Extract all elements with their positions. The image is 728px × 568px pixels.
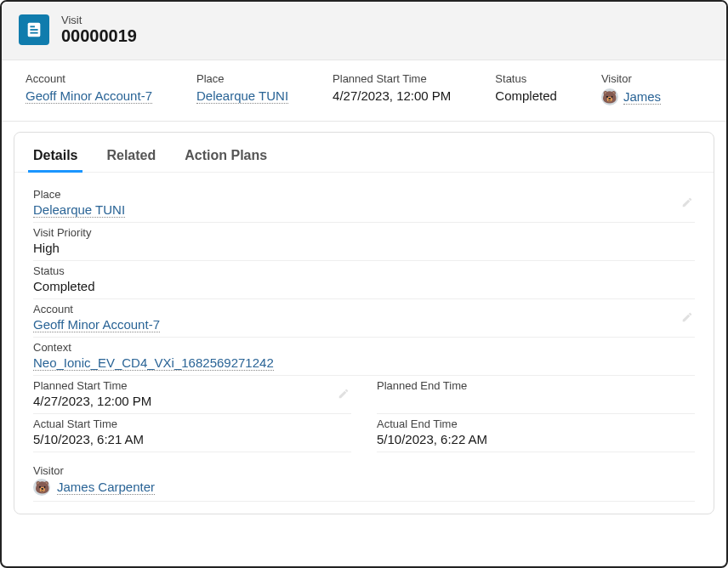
tab-related[interactable]: Related: [106, 143, 156, 172]
context-link[interactable]: Neo_Ionic_EV_CD4_VXi_1682569271242: [33, 355, 274, 371]
field-visitor: Visitor 🐻 James Carpenter: [33, 461, 695, 502]
field-label: Status: [33, 264, 695, 277]
tab-bar: Details Related Action Plans: [14, 133, 714, 173]
field-priority: Visit Priority High: [33, 223, 695, 261]
account-link[interactable]: Geoff Minor Account-7: [26, 88, 152, 104]
field-status: Status Completed: [33, 261, 695, 299]
field-label: Account: [33, 303, 695, 315]
svg-rect-1: [30, 26, 35, 27]
field-label: Actual Start Time: [33, 417, 351, 430]
field-actual-end: Actual End Time 5/10/2023, 6:22 AM: [377, 414, 695, 452]
highlights-panel: Account Geoff Minor Account-7 Place Dele…: [2, 60, 726, 122]
highlight-label: Account: [26, 72, 152, 85]
field-label: Visitor: [33, 464, 695, 477]
highlight-planned-start: Planned Start Time 4/27/2023, 12:00 PM: [333, 72, 451, 105]
field-account: Account Geoff Minor Account-7: [33, 299, 695, 338]
highlight-label: Visitor: [601, 72, 661, 85]
detail-card: Details Related Action Plans Place Delea…: [14, 132, 714, 514]
field-planned-start: Planned Start Time 4/27/2023, 12:00 PM: [33, 376, 351, 414]
highlight-label: Status: [495, 72, 557, 85]
pencil-icon[interactable]: [338, 388, 350, 400]
detail-body: Place Delearque TUNI Visit Priority High…: [14, 173, 714, 502]
account-link[interactable]: Geoff Minor Account-7: [33, 317, 160, 332]
highlight-place: Place Delearque TUNI: [196, 72, 288, 105]
field-label: Planned Start Time: [33, 379, 351, 392]
planned-start-value: 4/27/2023, 12:00 PM: [333, 88, 451, 103]
pencil-icon[interactable]: [681, 196, 693, 208]
field-value: 5/10/2023, 6:22 AM: [377, 432, 695, 446]
field-planned-end: Planned End Time: [377, 376, 695, 414]
tab-details[interactable]: Details: [33, 143, 77, 172]
record-type-label: Visit: [61, 14, 137, 26]
highlight-label: Place: [196, 72, 288, 85]
svg-rect-2: [30, 29, 37, 31]
record-header: Visit 00000019: [2, 2, 726, 60]
avatar-icon: 🐻: [33, 479, 50, 496]
visit-icon: [19, 14, 49, 45]
pencil-icon[interactable]: [681, 311, 693, 323]
field-label: Visit Priority: [33, 226, 695, 239]
field-place: Place Delearque TUNI: [33, 185, 695, 223]
field-label: Place: [33, 188, 695, 201]
field-label: Planned End Time: [377, 379, 695, 392]
highlight-label: Planned Start Time: [333, 72, 451, 85]
field-value: 5/10/2023, 6:21 AM: [33, 432, 351, 446]
visitor-link[interactable]: James Carpenter: [57, 480, 155, 495]
record-title-block: Visit 00000019: [61, 14, 137, 46]
visitor-link[interactable]: James: [623, 89, 661, 105]
record-page: Visit 00000019 Account Geoff Minor Accou…: [0, 0, 728, 568]
record-number: 00000019: [61, 26, 137, 46]
field-context: Context Neo_Ionic_EV_CD4_VXi_16825692712…: [33, 338, 695, 376]
field-label: Actual End Time: [377, 417, 695, 430]
field-actual-start: Actual Start Time 5/10/2023, 6:21 AM: [33, 414, 351, 452]
field-label: Context: [33, 341, 695, 354]
svg-rect-3: [30, 32, 37, 34]
highlight-account: Account Geoff Minor Account-7: [26, 72, 152, 105]
avatar-icon: 🐻: [601, 88, 618, 105]
status-value: Completed: [495, 88, 557, 103]
field-value: 4/27/2023, 12:00 PM: [33, 394, 351, 408]
field-value: Completed: [33, 279, 695, 293]
tab-action-plans[interactable]: Action Plans: [185, 143, 267, 172]
place-link[interactable]: Delearque TUNI: [33, 202, 125, 218]
highlight-visitor: Visitor 🐻 James: [601, 72, 661, 105]
place-link[interactable]: Delearque TUNI: [196, 88, 288, 104]
highlight-status: Status Completed: [495, 72, 557, 105]
field-value: High: [33, 241, 695, 255]
